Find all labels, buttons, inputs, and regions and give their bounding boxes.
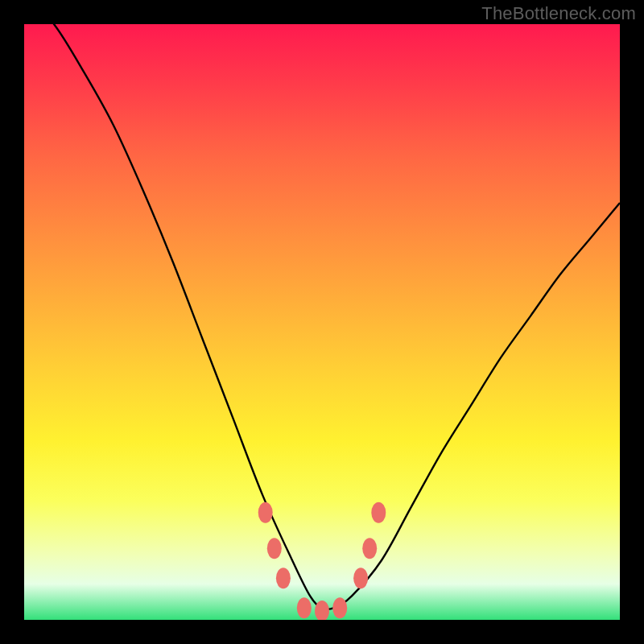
- chart-frame: TheBottleneck.com: [0, 0, 644, 644]
- curve-marker: [362, 538, 377, 559]
- watermark-text: TheBottleneck.com: [481, 3, 636, 24]
- curve-marker: [353, 568, 368, 588]
- curve-marker: [276, 568, 291, 588]
- curve-marker: [297, 597, 312, 618]
- bottleneck-curve: [24, 24, 620, 609]
- chart-svg: [24, 24, 620, 620]
- curve-marker: [267, 538, 282, 559]
- curve-marker: [332, 597, 347, 618]
- curve-marker: [315, 601, 329, 620]
- chart-plot-area: [24, 24, 620, 620]
- curve-marker: [258, 502, 273, 523]
- curve-markers: [258, 502, 386, 620]
- curve-marker: [371, 502, 386, 523]
